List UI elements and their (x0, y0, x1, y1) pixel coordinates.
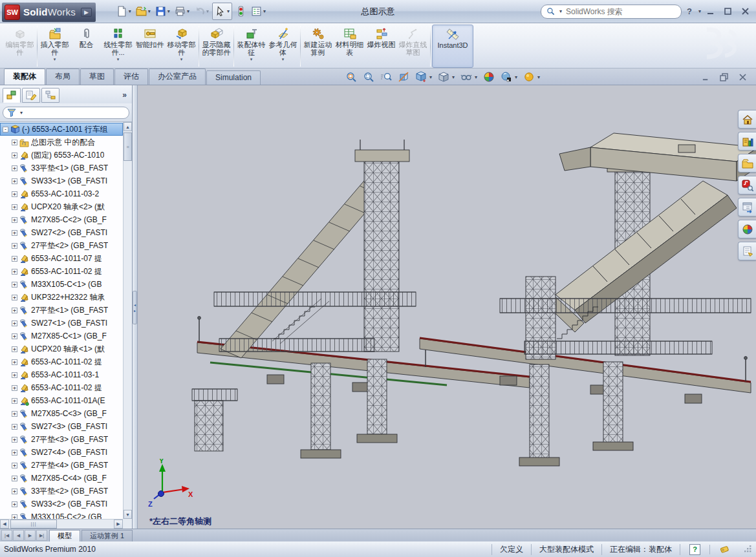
print-button[interactable]: ▾ (173, 3, 191, 19)
solidworks-resources-tab[interactable] (738, 110, 756, 129)
dropdown-arrow-icon[interactable]: ▾ (148, 8, 151, 14)
dropdown-arrow-icon[interactable]: ▾ (475, 74, 477, 80)
rebuild-traffic-light-button[interactable] (234, 3, 248, 19)
document-minimize-button[interactable] (702, 74, 709, 81)
propertymanager-tab[interactable] (22, 88, 40, 103)
previous-view-button[interactable] (380, 71, 392, 83)
save-button[interactable]: ▾ (154, 3, 171, 19)
view-orientation-button[interactable]: ▾ (415, 71, 432, 83)
display-style-button[interactable]: ▾ (438, 71, 455, 83)
tree-item[interactable]: +SW27<4> (GB_FASTI (0, 446, 123, 459)
expander-icon[interactable]: + (12, 346, 17, 352)
expander-icon[interactable]: + (12, 282, 17, 288)
tab-办公室产品[interactable]: 办公室产品 (149, 68, 206, 85)
tree-item[interactable]: +33平垫<1> (GB_FAST (0, 162, 123, 174)
apply-scene-button[interactable]: ▾ (501, 71, 517, 83)
tree-vertical-scrollbar[interactable]: ▲ ≡ ▼ (123, 122, 132, 519)
smart-fasteners-button[interactable]: 智能扣件 (134, 25, 166, 68)
tree-item[interactable]: -(-) 6553-AC-1001 行车组 (0, 123, 123, 136)
edit-appearance-button[interactable] (483, 71, 495, 83)
close-button[interactable] (741, 7, 750, 16)
dropdown-arrow-icon[interactable]: ▾ (282, 57, 285, 61)
tree-item[interactable]: +M27X85-C<2> (GB_F (0, 213, 123, 226)
tag-icon[interactable] (719, 545, 730, 554)
tree-item[interactable]: +M33X105-C<2> (GB (0, 510, 123, 519)
tab-布局[interactable]: 布局 (46, 68, 80, 85)
tree-item[interactable]: +27平垫<1> (GB_FAST (0, 304, 123, 317)
dropdown-arrow-icon[interactable]: ▾ (429, 74, 432, 80)
search-dropdown-arrow-icon[interactable]: ▾ (559, 8, 562, 14)
tree-filter-input[interactable]: ▾ (3, 107, 129, 119)
panel-splitter[interactable]: ◂▸ (133, 85, 138, 529)
expander-icon[interactable]: + (12, 463, 17, 468)
hide-show-items-button[interactable]: ▾ (460, 71, 477, 83)
dropdown-arrow-icon[interactable]: ▾ (250, 57, 253, 61)
tree-item[interactable]: +SW33<1> (GB_FASTI (0, 174, 123, 187)
expander-icon[interactable]: + (12, 217, 17, 223)
expander-icon[interactable]: + (12, 359, 17, 365)
splitter-handle[interactable]: ◂▸ (133, 291, 137, 324)
open-button[interactable]: ▾ (135, 3, 152, 19)
expander-icon[interactable]: + (12, 398, 17, 404)
expander-icon[interactable]: + (12, 437, 17, 443)
document-restore-button[interactable] (720, 73, 728, 81)
tree-horizontal-scrollbar[interactable]: ◀ ||| ▶ (0, 519, 123, 529)
featuremanager-tab[interactable] (3, 88, 21, 103)
zoom-to-fit-button[interactable] (345, 71, 357, 83)
tree-item[interactable]: +6553-AC-1011-02 提 (0, 265, 123, 278)
tab-Simulation[interactable]: Simulation (206, 70, 261, 85)
dropdown-arrow-icon[interactable]: ▾ (537, 74, 540, 80)
custom-properties-tab[interactable] (738, 242, 756, 260)
expander-icon[interactable]: + (12, 411, 17, 417)
tree-item[interactable]: +6553-AC-1011-02 提 (0, 355, 123, 368)
document-tab-模型[interactable]: 模型 (49, 530, 80, 541)
tree-item[interactable]: +6553-AC-1011-02 提 (0, 381, 123, 394)
exploded-view-button[interactable]: 爆炸视图 (365, 25, 397, 68)
expander-icon[interactable]: + (12, 372, 17, 378)
design-library-tab[interactable] (738, 132, 756, 151)
tree-item[interactable]: +UKP322+H2322 轴承 (0, 291, 123, 304)
dropdown-arrow-icon[interactable]: ▾ (263, 8, 266, 14)
mate-button[interactable]: 配合 (70, 25, 102, 68)
dropdown-arrow-icon[interactable]: ▾ (129, 8, 131, 14)
expander-icon[interactable]: + (12, 424, 17, 430)
document-tab-运动算例 1[interactable]: 运动算例 1 (81, 530, 133, 541)
scroll-up-arrow[interactable]: ▲ (124, 122, 132, 131)
minimize-button[interactable] (706, 7, 715, 16)
tab-评估[interactable]: 评估 (114, 68, 148, 85)
dropdown-arrow-icon[interactable]: ▾ (117, 57, 120, 61)
dropdown-arrow-icon[interactable]: ▾ (227, 8, 230, 14)
dropdown-arrow-icon[interactable]: ▾ (54, 57, 56, 61)
menu-expand-arrow-icon[interactable]: ▶ (81, 8, 92, 17)
expander-icon[interactable]: + (12, 256, 17, 262)
graphics-viewport[interactable]: Y X Z *左右二等角轴测 (138, 85, 756, 529)
tree-item[interactable]: +33平垫<2> (GB_FAST (0, 485, 123, 498)
dropdown-arrow-icon[interactable]: ▾ (452, 74, 455, 80)
expander-icon[interactable]: + (12, 295, 17, 300)
linear-component-pattern-button[interactable]: 线性零部件...▾ (102, 25, 134, 68)
zoom-to-area-button[interactable] (363, 71, 374, 83)
tree-item[interactable]: +M33X105-C<1> (GB (0, 278, 123, 291)
panel-overflow-chevron[interactable]: » (122, 90, 129, 100)
scroll-left-arrow[interactable]: ◀ (0, 520, 9, 529)
expander-icon[interactable]: + (12, 476, 17, 481)
expander-icon[interactable]: + (12, 243, 17, 249)
view-palette-tab[interactable] (738, 198, 756, 216)
last-tab-button[interactable]: ▶| (36, 530, 47, 541)
dropdown-arrow-icon[interactable]: ▾ (180, 57, 183, 61)
tab-草图[interactable]: 草图 (80, 68, 114, 85)
quick-tips-help-icon[interactable]: ? (689, 544, 700, 555)
tree-item[interactable]: +SW33<2> (GB_FASTI (0, 498, 123, 510)
scroll-right-arrow[interactable]: ▶ (114, 520, 123, 529)
section-view-button[interactable] (398, 71, 409, 83)
expander-icon[interactable]: + (12, 269, 17, 275)
expander-icon[interactable]: - (3, 127, 8, 132)
tree-item[interactable]: +27平垫<3> (GB_FAST (0, 433, 123, 446)
help-dropdown-arrow-icon[interactable]: ▾ (698, 8, 701, 14)
vertical-scroll-thumb[interactable]: ≡ (124, 132, 132, 161)
move-component-button[interactable]: 移动零部件▾ (166, 25, 197, 68)
tree-item[interactable]: +6553-AC-1011-03-1 (0, 368, 123, 381)
dropdown-arrow-icon[interactable]: ▾ (515, 74, 517, 80)
expander-icon[interactable]: + (12, 230, 17, 236)
view-settings-button[interactable]: ▾ (523, 71, 540, 83)
